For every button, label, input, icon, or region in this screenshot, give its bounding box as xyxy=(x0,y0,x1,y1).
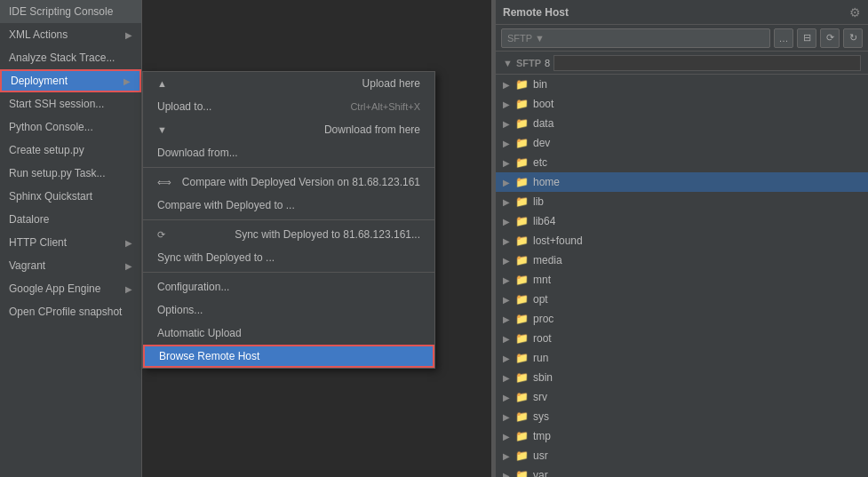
tree-item-dev[interactable]: ▶ 📁 dev xyxy=(496,133,868,153)
tree-arrow: ▶ xyxy=(503,471,515,478)
sidebar-item-start-ssh[interactable]: Start SSH session... xyxy=(0,92,141,115)
separator xyxy=(143,219,434,220)
tree-item-usr[interactable]: ▶ 📁 usr xyxy=(496,446,868,465)
tree-arrow: ▶ xyxy=(503,139,515,148)
tree-arrow: ▶ xyxy=(503,373,515,383)
submenu-item-download-from[interactable]: Download from... xyxy=(143,141,434,164)
sidebar-item-run-setup[interactable]: Run setup.py Task... xyxy=(0,162,141,185)
folder-name: root xyxy=(533,332,552,345)
tree-item-boot[interactable]: ▶ 📁 boot xyxy=(496,94,868,114)
toolbar-ellipsis-button[interactable]: … xyxy=(774,28,793,48)
file-tree: ▶ 📁 bin ▶ 📁 boot ▶ 📁 data ▶ 📁 dev ▶ 📁 et… xyxy=(496,75,868,477)
tree-arrow: ▶ xyxy=(503,354,515,363)
tree-arrow: ▶ xyxy=(503,393,515,402)
tree-item-var[interactable]: ▶ 📁 var xyxy=(496,465,868,477)
tree-item-proc[interactable]: ▶ 📁 proc xyxy=(496,309,868,329)
folder-icon: 📁 xyxy=(515,293,529,306)
folder-icon: 📁 xyxy=(515,156,529,169)
chevron-right-icon: ▶ xyxy=(125,238,132,248)
tree-item-sbin[interactable]: ▶ 📁 sbin xyxy=(496,368,868,387)
tree-item-run[interactable]: ▶ 📁 run xyxy=(496,348,868,368)
sidebar-item-vagrant[interactable]: Vagrant ▶ xyxy=(0,254,141,277)
sidebar-item-datalore[interactable]: Datalore xyxy=(0,208,141,231)
sidebar-item-label: Sphinx Quickstart xyxy=(9,190,92,203)
tree-item-lost+found[interactable]: ▶ 📁 lost+found xyxy=(496,231,868,250)
folder-icon: 📁 xyxy=(515,332,529,345)
compare-icon: ⟺ xyxy=(157,177,171,188)
folder-name: lib64 xyxy=(533,215,555,227)
folder-icon: 📁 xyxy=(515,313,529,325)
submenu-item-configuration[interactable]: Configuration... xyxy=(143,275,434,298)
chevron-right-icon: ▶ xyxy=(125,261,132,271)
remote-panel-header: Remote Host ⚙ xyxy=(496,0,868,25)
tree-arrow: ▶ xyxy=(503,197,515,207)
folder-icon: 📁 xyxy=(515,371,529,384)
submenu-item-sync-deployed[interactable]: ⟳ Sync with Deployed to 81.68.123.161... xyxy=(143,223,434,246)
submenu-item-upload-here[interactable]: ▲ Upload here xyxy=(143,72,434,95)
submenu-item-browse-remote[interactable]: Browse Remote Host xyxy=(143,345,434,368)
tree-item-sys[interactable]: ▶ 📁 sys xyxy=(496,407,868,426)
sidebar-item-ide-scripting[interactable]: IDE Scripting Console xyxy=(0,0,141,23)
gear-icon[interactable]: ⚙ xyxy=(849,5,861,20)
collapse-arrow[interactable]: ▼ xyxy=(503,58,513,68)
sidebar-item-google-app[interactable]: Google App Engine ▶ xyxy=(0,277,141,300)
sync-icon: ⟳ xyxy=(157,229,165,241)
split-icon: ⊟ xyxy=(803,32,811,44)
folder-name: var xyxy=(533,469,548,477)
sidebar-item-http-client[interactable]: HTTP Client ▶ xyxy=(0,231,141,254)
sidebar-item-open-cprofile[interactable]: Open CProfile snapshot xyxy=(0,300,141,323)
refresh-icon: ⟳ xyxy=(826,32,834,44)
submenu-item-label: Download from... xyxy=(157,147,238,159)
remote-toolbar: SFTP ▼ … ⊟ ⟳ ↻ xyxy=(496,25,868,52)
submenu-item-upload-to[interactable]: Upload to... Ctrl+Alt+Shift+X xyxy=(143,95,434,118)
submenu-item-compare-deployed-to[interactable]: Compare with Deployed to ... xyxy=(143,194,434,217)
download-icon: ▼ xyxy=(157,124,167,135)
sidebar-item-create-setup[interactable]: Create setup.py xyxy=(0,139,141,162)
folder-name: mnt xyxy=(533,274,551,286)
sftp-dropdown[interactable]: SFTP ▼ xyxy=(501,28,770,48)
folder-name: media xyxy=(533,254,562,266)
sidebar-item-python-console[interactable]: Python Console... xyxy=(0,115,141,139)
folder-name: etc xyxy=(533,156,547,169)
sidebar-item-deployment[interactable]: Deployment ▶ xyxy=(0,69,141,92)
sidebar-item-analyze-stack[interactable]: Analyze Stack Trace... xyxy=(0,46,141,69)
sidebar-item-label: Deployment xyxy=(11,75,68,87)
tree-arrow: ▶ xyxy=(503,256,515,266)
submenu-item-sync-deployed-to[interactable]: Sync with Deployed to ... xyxy=(143,246,434,269)
sidebar-item-label: Open CProfile snapshot xyxy=(9,306,122,318)
tree-item-mnt[interactable]: ▶ 📁 mnt xyxy=(496,270,868,290)
toolbar-refresh-button[interactable]: ⟳ xyxy=(820,28,840,48)
submenu-item-compare-deployed[interactable]: ⟺ Compare with Deployed Version on 81.68… xyxy=(143,171,434,194)
remote-panel-title: Remote Host xyxy=(503,6,569,19)
submenu-item-label: Options... xyxy=(157,304,203,316)
tree-item-bin[interactable]: ▶ 📁 bin xyxy=(496,75,868,94)
tree-item-etc[interactable]: ▶ 📁 etc xyxy=(496,153,868,172)
toolbar-split-button[interactable]: ⊟ xyxy=(797,28,816,48)
tree-item-tmp[interactable]: ▶ 📁 tmp xyxy=(496,426,868,446)
tree-item-media[interactable]: ▶ 📁 media xyxy=(496,250,868,270)
shortcut-label: Ctrl+Alt+Shift+X xyxy=(350,101,420,112)
tree-item-root[interactable]: ▶ 📁 root xyxy=(496,329,868,348)
submenu-item-label: Browse Remote Host xyxy=(159,350,259,362)
folder-icon: 📁 xyxy=(515,391,529,403)
submenu-item-label: Compare with Deployed Version on 81.68.1… xyxy=(182,176,420,188)
tree-item-home[interactable]: ▶ 📁 home xyxy=(496,172,868,192)
folder-name: proc xyxy=(533,313,553,325)
tree-item-data[interactable]: ▶ 📁 data xyxy=(496,114,868,133)
sidebar-item-sphinx[interactable]: Sphinx Quickstart xyxy=(0,185,141,208)
chevron-right-icon: ▶ xyxy=(125,284,132,294)
tree-item-lib64[interactable]: ▶ 📁 lib64 xyxy=(496,211,868,231)
submenu-item-options[interactable]: Options... xyxy=(143,298,434,322)
ellipsis-icon: … xyxy=(779,33,789,44)
sftp-label: SFTP xyxy=(516,58,541,68)
tree-item-opt[interactable]: ▶ 📁 opt xyxy=(496,290,868,309)
folder-name: lib xyxy=(533,195,544,208)
sidebar-item-xml-actions[interactable]: XML Actions ▶ xyxy=(0,23,141,46)
tree-item-srv[interactable]: ▶ 📁 srv xyxy=(496,387,868,407)
toolbar-sync-button[interactable]: ↻ xyxy=(843,28,863,48)
sidebar-item-label: XML Actions xyxy=(9,28,68,41)
tree-item-lib[interactable]: ▶ 📁 lib xyxy=(496,192,868,211)
submenu-item-automatic-upload[interactable]: Automatic Upload xyxy=(143,322,434,345)
folder-icon: 📁 xyxy=(515,195,529,208)
submenu-item-download-from-here[interactable]: ▼ Download from here xyxy=(143,118,434,141)
